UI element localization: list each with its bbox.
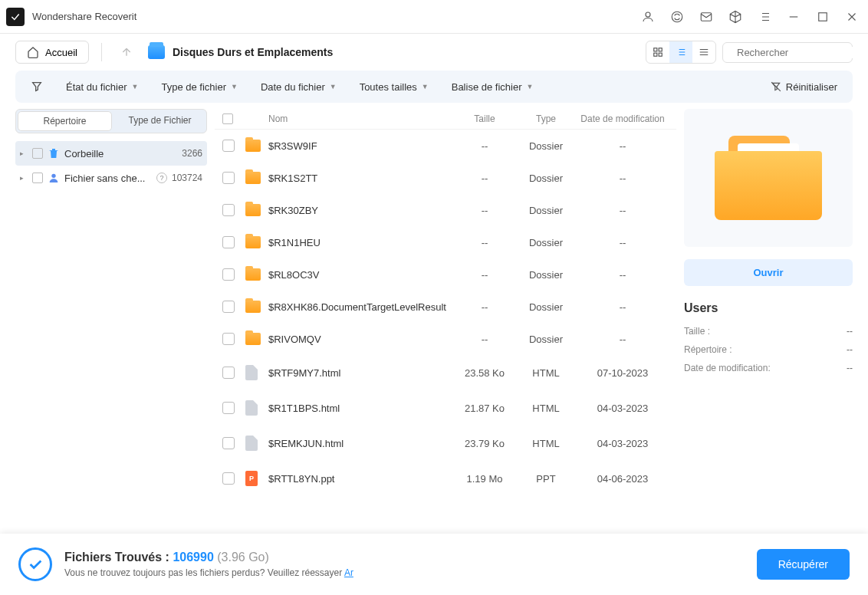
- row-checkbox[interactable]: [222, 301, 235, 313]
- svg-rect-7: [659, 53, 662, 56]
- tree: ▸Corbeille3266▸Fichier sans che...?10372…: [15, 141, 207, 190]
- row-checkbox[interactable]: [222, 333, 235, 345]
- row-checkbox[interactable]: [222, 268, 235, 281]
- filter-date[interactable]: Date du fichier▼: [261, 81, 337, 93]
- folder-large-icon: [715, 136, 822, 220]
- table-row[interactable]: $RTF9MY7.html23.58 KoHTML07-10-2023: [215, 355, 676, 390]
- account-icon[interactable]: [641, 10, 655, 24]
- search-box[interactable]: [722, 42, 853, 63]
- file-type: HTML: [515, 403, 577, 414]
- table-row[interactable]: $RL8OC3V--Dossier--: [215, 258, 676, 291]
- tab-filetype[interactable]: Type de Fichier: [113, 110, 206, 133]
- tab-directory[interactable]: Répertoire: [18, 111, 112, 131]
- svg-point-9: [51, 174, 55, 178]
- col-name[interactable]: Nom: [268, 113, 454, 124]
- filter-icon[interactable]: [31, 81, 43, 93]
- tree-count: 103724: [172, 173, 202, 183]
- file-type: HTML: [515, 438, 577, 449]
- row-checkbox[interactable]: [222, 172, 235, 184]
- retry-link[interactable]: Ar: [344, 567, 353, 578]
- row-checkbox[interactable]: [222, 437, 235, 449]
- tree-checkbox[interactable]: [32, 148, 43, 159]
- table-row[interactable]: $R3SW9IF--Dossier--: [215, 130, 676, 162]
- search-input[interactable]: [737, 47, 866, 58]
- col-type[interactable]: Type: [515, 113, 577, 124]
- list-view-button[interactable]: [669, 41, 692, 63]
- preview-panel: Ouvrir Users Taille :--Répertoire :--Dat…: [684, 109, 853, 534]
- table-row[interactable]: $RIVOMQV--Dossier--: [215, 323, 676, 355]
- close-icon[interactable]: [845, 10, 859, 24]
- main-area: Répertoire Type de Fichier ▸Corbeille326…: [0, 109, 868, 534]
- file-size: --: [454, 173, 515, 184]
- filter-tag[interactable]: Balise de fichier▼: [452, 81, 534, 93]
- chevron-down-icon: ▼: [132, 83, 139, 90]
- row-checkbox[interactable]: [222, 204, 235, 216]
- reset-icon: [771, 81, 781, 92]
- detail-view-button[interactable]: [692, 41, 715, 63]
- document-icon: [245, 400, 258, 416]
- ppt-icon: P: [245, 471, 258, 486]
- grid-view-button[interactable]: [646, 41, 669, 63]
- home-button[interactable]: Accueil: [15, 41, 89, 64]
- file-size: 21.87 Ko: [454, 403, 515, 414]
- row-checkbox[interactable]: [222, 402, 235, 414]
- reset-button[interactable]: Réinitialiser: [771, 81, 837, 93]
- help-icon[interactable]: ?: [156, 173, 167, 183]
- file-size: --: [454, 301, 515, 313]
- file-size: 1.19 Mo: [454, 473, 515, 485]
- table-row[interactable]: $REMKJUN.html23.79 KoHTML04-03-2023: [215, 426, 676, 461]
- bottom-bar: Fichiers Trouvés : 106990 (3.96 Go) Vous…: [0, 534, 868, 595]
- document-icon: [245, 436, 258, 451]
- folder-icon: [245, 204, 261, 216]
- table-row[interactable]: $RK30ZBY--Dossier--: [215, 194, 676, 226]
- filter-type[interactable]: Type de fichier▼: [161, 81, 237, 93]
- sidebar-tabs: Répertoire Type de Fichier: [15, 109, 207, 133]
- table-row[interactable]: $R1T1BPS.html21.87 KoHTML04-03-2023: [215, 390, 676, 426]
- list-body[interactable]: $R3SW9IF--Dossier--$RK1S2TT--Dossier--$R…: [215, 130, 676, 534]
- file-date: --: [577, 173, 669, 184]
- separator: [101, 43, 102, 61]
- toolbar: Accueil Disques Durs et Emplacements: [0, 34, 868, 71]
- meta-row: Date de modification:--: [684, 363, 853, 373]
- file-size: --: [454, 140, 515, 152]
- meta-label: Date de modification:: [684, 363, 771, 373]
- row-checkbox[interactable]: [222, 140, 235, 152]
- hint-text: Vous ne trouvez toujours pas les fichier…: [64, 567, 745, 578]
- chevron-down-icon: ▼: [231, 83, 238, 90]
- col-date[interactable]: Date de modification: [577, 113, 669, 124]
- up-button[interactable]: [114, 40, 139, 64]
- app-logo: [6, 8, 25, 26]
- table-row[interactable]: $R8XHK86.DocumentTargetLevelResult--Doss…: [215, 291, 676, 323]
- open-button[interactable]: Ouvrir: [684, 259, 853, 286]
- maximize-icon[interactable]: [816, 10, 830, 24]
- cube-icon[interactable]: [728, 10, 742, 24]
- row-checkbox[interactable]: [222, 367, 235, 379]
- tree-checkbox[interactable]: [32, 173, 43, 183]
- table-row[interactable]: $RK1S2TT--Dossier--: [215, 162, 676, 194]
- folder-icon: [245, 333, 261, 345]
- col-size[interactable]: Taille: [454, 113, 515, 124]
- file-name: $R3SW9IF: [268, 140, 454, 152]
- folder-icon: [245, 172, 261, 184]
- expand-icon[interactable]: ▸: [20, 150, 28, 157]
- filter-size[interactable]: Toutes tailles▼: [360, 81, 429, 93]
- expand-icon[interactable]: ▸: [20, 174, 28, 182]
- support-icon[interactable]: [670, 10, 684, 24]
- tree-item[interactable]: ▸Fichier sans che...?103724: [15, 166, 207, 190]
- select-all-checkbox[interactable]: [222, 113, 233, 124]
- table-row[interactable]: $R1N1HEU--Dossier--: [215, 226, 676, 258]
- meta-value: --: [847, 363, 853, 373]
- row-checkbox[interactable]: [222, 472, 235, 485]
- filter-state[interactable]: État du fichier▼: [66, 81, 138, 93]
- mail-icon[interactable]: [699, 10, 713, 24]
- chevron-down-icon: ▼: [527, 83, 534, 90]
- recover-button[interactable]: Récupérer: [757, 549, 850, 580]
- breadcrumb[interactable]: Disques Durs et Emplacements: [148, 45, 333, 59]
- table-row[interactable]: P$RTTL8YN.ppt1.19 MoPPT04-06-2023: [215, 461, 676, 496]
- minimize-icon[interactable]: [787, 10, 801, 24]
- tree-item[interactable]: ▸Corbeille3266: [15, 141, 207, 166]
- list-icon[interactable]: [758, 10, 771, 24]
- row-checkbox[interactable]: [222, 236, 235, 248]
- file-date: 07-10-2023: [577, 367, 669, 379]
- file-size: --: [454, 269, 515, 281]
